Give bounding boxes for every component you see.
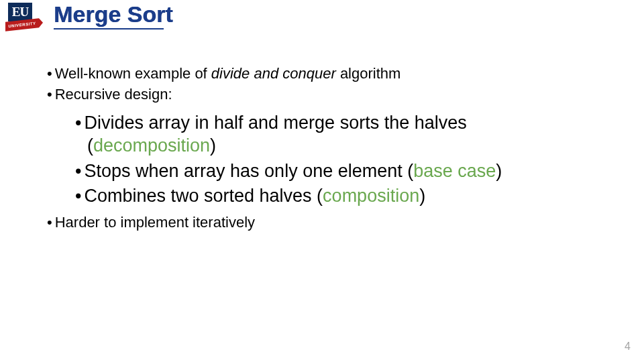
bullet-dot-icon: • xyxy=(47,86,55,103)
bullet-1: •Well-known example of divide and conque… xyxy=(47,64,597,84)
page-number: 4 xyxy=(625,341,631,353)
bullet-1-text-italic: divide and conquer xyxy=(211,65,336,82)
bullet-1-text-pre: Well-known example of xyxy=(55,65,211,82)
sub-bullet-2-pre: Stops when array has only one element ( xyxy=(84,161,413,181)
university-logo: EU UNIVERSITY xyxy=(8,3,32,21)
sub-bullet-2-post: ) xyxy=(496,161,502,181)
sub-bullet-1-post: ) xyxy=(210,135,216,156)
sub-bullet-group: •Divides array in half and merge sorts t… xyxy=(75,112,597,208)
sub-bullet-3-post: ) xyxy=(419,186,425,206)
slide-body: •Well-known example of divide and conque… xyxy=(47,64,597,234)
sub-bullet-1-term: decomposition xyxy=(93,135,210,156)
bullet-2-text: Recursive design: xyxy=(55,86,172,103)
bullet-dot-icon: • xyxy=(75,161,84,181)
bullet-3-text: Harder to implement iteratively xyxy=(55,214,255,231)
sub-bullet-2: •Stops when array has only one element (… xyxy=(75,160,597,183)
title-underline xyxy=(54,28,164,29)
sub-bullet-3: •Combines two sorted halves (composition… xyxy=(75,185,597,208)
bullet-dot-icon: • xyxy=(75,113,84,133)
sub-bullet-1: •Divides array in half and merge sorts t… xyxy=(75,112,597,158)
sub-bullet-3-pre: Combines two sorted halves ( xyxy=(84,186,323,206)
slide-title: Merge Sort xyxy=(54,1,173,27)
sub-bullet-3-term: composition xyxy=(323,186,419,206)
slide: EU UNIVERSITY Merge Sort •Well-known exa… xyxy=(0,0,644,362)
bullet-dot-icon: • xyxy=(75,186,84,206)
bullet-3: •Harder to implement iteratively xyxy=(47,213,597,233)
logo-initials: EU xyxy=(8,3,32,21)
sub-bullet-2-term: base case xyxy=(413,161,496,181)
bullet-dot-icon: • xyxy=(47,214,55,231)
bullet-2: •Recursive design: xyxy=(47,85,597,105)
bullet-1-text-post: algorithm xyxy=(336,65,401,82)
bullet-dot-icon: • xyxy=(47,65,55,82)
